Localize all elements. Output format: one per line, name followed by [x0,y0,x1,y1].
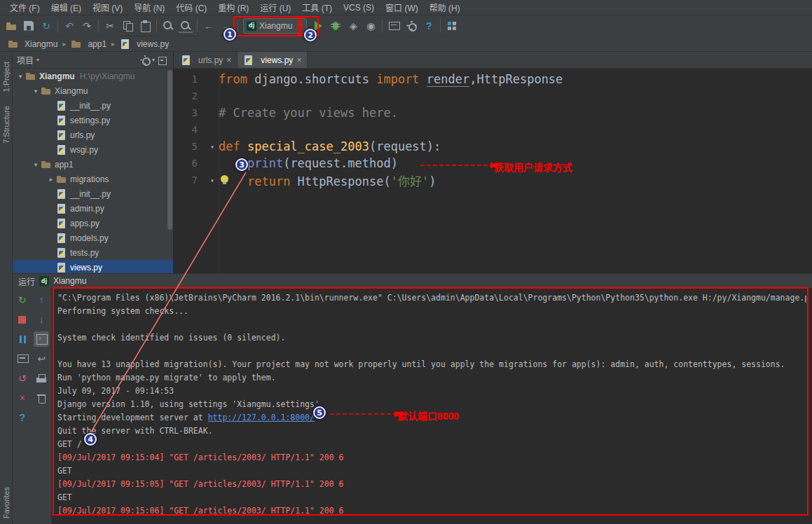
tree-item-label: models.py [70,233,109,243]
copy-button[interactable] [119,18,136,34]
rerun-button[interactable]: ↻ [15,292,30,308]
tree-item-tests-py[interactable]: tests.py [13,245,173,260]
menu-item--w-[interactable]: 窗口 (W) [380,0,424,15]
help-button[interactable]: ? [420,18,437,34]
close-button[interactable]: × [15,390,30,406]
run-console[interactable]: "C:\Program Files (x86)\JetBrains\PyChar… [52,288,812,524]
breadcrumb-xiangmu[interactable]: Xiangmu [6,38,60,50]
tree-item-app1[interactable]: ▾app1 [13,157,173,172]
tree-item-admin-py[interactable]: admin.py [13,201,173,216]
back-icon: ← [202,19,216,33]
paste-button[interactable] [137,18,153,34]
menu-item--n-[interactable]: 导航 (N) [128,0,170,15]
console-line: July 09, 2017 - 09:14:53 [57,385,806,398]
menu-item--v-[interactable]: 视图 (V) [87,0,128,15]
run-config-label: Xiangmu [259,21,292,31]
coverage-button[interactable]: ◈ [345,18,362,34]
tool-button-1-project[interactable]: 1:Project [2,62,11,92]
pause-button[interactable] [15,331,30,347]
softwrap-button[interactable]: ↩ [34,351,49,366]
fold-marker-icon[interactable]: ▾ [206,177,219,184]
close-icon[interactable]: × [296,55,301,65]
run-config-dropdown[interactable]: djXiangmu▼ [243,18,307,34]
menu-item--r-[interactable]: 重构 (R) [212,0,254,15]
find-button[interactable] [160,18,177,34]
tool-button-favorites[interactable]: Favorites [2,487,11,518]
gear-button[interactable] [403,18,420,34]
run-panel-header: 运行 dj Xiangmu [13,274,812,288]
chevron-down-icon[interactable]: ▾ [31,161,41,168]
menu-item--c-[interactable]: 代码 (C) [170,0,212,15]
fold-marker-icon[interactable]: ▾ [206,143,219,151]
project-view-selector[interactable]: 项目 ▾ [17,54,39,66]
menu-item--h-[interactable]: 帮助 (H) [424,0,466,15]
help-button[interactable]: ? [15,410,30,425]
dump-button[interactable] [15,351,30,366]
gear-icon [404,19,418,33]
code-line: 6 print(request.method) [174,155,812,172]
tree-item-urls-py[interactable]: urls.py [13,127,173,142]
redo-button[interactable]: ↷ [78,18,95,34]
undo-button[interactable]: ↶ [61,18,78,34]
server-url-link[interactable]: http://127.0.0.1:8000/ [208,413,315,422]
print-icon [34,371,48,385]
menu-item-vcs-s-[interactable]: VCS (S) [338,1,380,15]
tree-item--init-py[interactable]: __init__.py [13,98,173,113]
tree-item-views-py[interactable]: views.py [13,260,173,273]
profiler-button[interactable]: ◉ [362,18,379,34]
clear-button[interactable] [34,390,49,406]
tab-views-py[interactable]: views.py× [238,52,308,68]
structure-button[interactable] [443,18,460,34]
cut-button[interactable]: ✂ [102,18,118,34]
collapse-all-icon[interactable] [155,53,169,67]
dump-button[interactable] [385,18,402,34]
run-panel-body: ↻↺×? ↑↓↩ "C:\Program Files (x86)\JetBrai… [13,288,812,524]
run-toolbar-column-b: ↑↓↩ [32,288,52,524]
print-button[interactable] [34,371,49,386]
tree-item-wsgi-py[interactable]: wsgi.py [13,142,173,157]
debug-button[interactable] [327,18,344,34]
lightbulb-icon[interactable] [221,175,228,183]
tree-item--init-py[interactable]: __init__.py [13,186,173,201]
tree-item-models-py[interactable]: models.py [13,230,173,245]
run-tab-label[interactable]: 运行 [18,275,35,287]
sync-icon: ↻ [39,19,53,33]
project-panel: 项目 ▾ ▾ ▾XiangmuH:\py\Xiangmu▾Xiangmu__in… [13,52,174,273]
folder-icon [8,39,19,50]
chevron-right-icon[interactable]: ▸ [46,176,56,183]
close-icon[interactable]: × [226,55,231,65]
chevron-down-icon[interactable]: ▾ [15,73,25,80]
stop-button[interactable] [15,312,30,327]
breadcrumb-app1[interactable]: app1 [69,38,109,50]
save-button[interactable] [20,18,37,34]
annotation-badge-3: 3 [235,158,248,171]
console-button[interactable] [34,331,49,347]
menu-item--u-[interactable]: 运行 (U) [254,0,296,15]
tree-item-xiangmu[interactable]: ▾XiangmuH:\py\Xiangmu [13,69,173,83]
code-text: # Create your views here. [219,106,398,120]
python-file-icon [56,130,67,141]
tree-item-xiangmu[interactable]: ▾Xiangmu [13,83,173,98]
breadcrumb-views-py[interactable]: views.py [118,38,171,50]
gear-icon[interactable] [138,53,152,67]
code-editor[interactable]: 1from django.shortcuts import render,Htt… [174,69,812,273]
django-icon: dj [39,276,49,286]
tree-item-settings-py[interactable]: settings.py [13,113,173,127]
menu-item--e-[interactable]: 编辑 (E) [46,0,87,15]
up-button[interactable]: ↑ [34,292,49,308]
tree-item-migrations[interactable]: ▸migrations [13,172,173,186]
restore-button[interactable]: ↺ [15,371,30,386]
chevron-down-icon[interactable]: ▾ [31,88,41,95]
menu-item--f-[interactable]: 文件 (F) [4,0,46,15]
menu-item--t-[interactable]: 工具 (T) [296,0,338,15]
tab-urls-py[interactable]: urls.py× [175,52,238,68]
sync-button[interactable]: ↻ [38,18,55,34]
tree-item-apps-py[interactable]: apps.py [13,216,173,230]
project-tree-scrollbar[interactable] [167,70,172,230]
pyfile-icon [120,39,131,50]
tool-button-7-structure[interactable]: 7:Structure [2,106,11,144]
back-button[interactable]: ← [200,18,217,34]
down-button[interactable]: ↓ [34,312,49,327]
open-button[interactable] [3,18,20,34]
findpath-button[interactable] [177,18,194,34]
